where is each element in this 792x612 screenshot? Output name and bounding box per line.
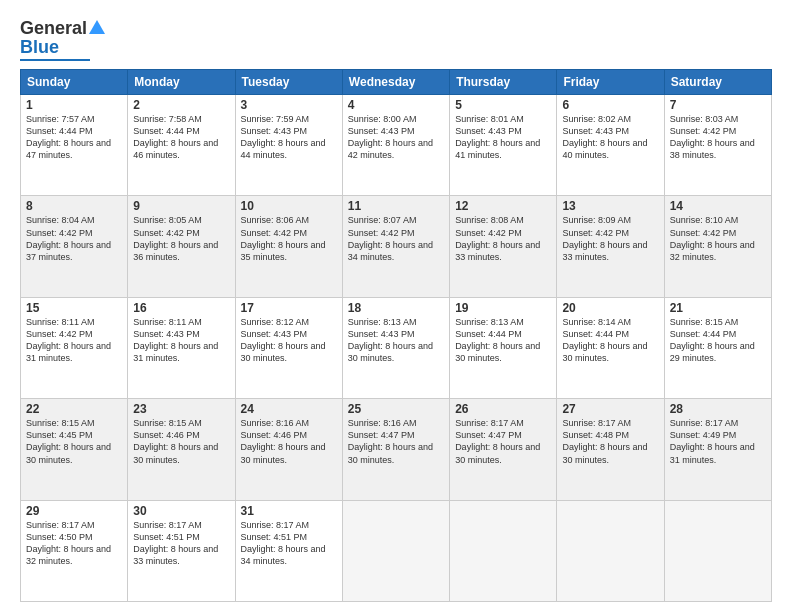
svg-marker-0 [89, 20, 105, 34]
day-number: 14 [670, 199, 766, 213]
col-header-monday: Monday [128, 70, 235, 95]
day-info: Sunrise: 8:11 AMSunset: 4:43 PMDaylight:… [133, 317, 218, 363]
day-info: Sunrise: 8:17 AMSunset: 4:49 PMDaylight:… [670, 418, 755, 464]
day-number: 24 [241, 402, 337, 416]
header: General Blue [20, 18, 772, 61]
calendar-cell: 10 Sunrise: 8:06 AMSunset: 4:42 PMDaylig… [235, 196, 342, 297]
calendar-week-3: 15 Sunrise: 8:11 AMSunset: 4:42 PMDaylig… [21, 297, 772, 398]
day-number: 5 [455, 98, 551, 112]
day-info: Sunrise: 8:16 AMSunset: 4:46 PMDaylight:… [241, 418, 326, 464]
calendar-cell: 13 Sunrise: 8:09 AMSunset: 4:42 PMDaylig… [557, 196, 664, 297]
day-number: 10 [241, 199, 337, 213]
col-header-thursday: Thursday [450, 70, 557, 95]
calendar-cell: 25 Sunrise: 8:16 AMSunset: 4:47 PMDaylig… [342, 399, 449, 500]
calendar-cell: 8 Sunrise: 8:04 AMSunset: 4:42 PMDayligh… [21, 196, 128, 297]
calendar-cell: 12 Sunrise: 8:08 AMSunset: 4:42 PMDaylig… [450, 196, 557, 297]
day-info: Sunrise: 8:15 AMSunset: 4:46 PMDaylight:… [133, 418, 218, 464]
calendar-cell [557, 500, 664, 601]
page: General Blue SundayMondayTuesdayWednesda… [0, 0, 792, 612]
calendar-cell: 16 Sunrise: 8:11 AMSunset: 4:43 PMDaylig… [128, 297, 235, 398]
day-info: Sunrise: 7:57 AMSunset: 4:44 PMDaylight:… [26, 114, 111, 160]
day-number: 7 [670, 98, 766, 112]
day-number: 3 [241, 98, 337, 112]
col-header-sunday: Sunday [21, 70, 128, 95]
day-info: Sunrise: 7:58 AMSunset: 4:44 PMDaylight:… [133, 114, 218, 160]
calendar-week-2: 8 Sunrise: 8:04 AMSunset: 4:42 PMDayligh… [21, 196, 772, 297]
day-info: Sunrise: 8:14 AMSunset: 4:44 PMDaylight:… [562, 317, 647, 363]
calendar-cell: 1 Sunrise: 7:57 AMSunset: 4:44 PMDayligh… [21, 95, 128, 196]
day-info: Sunrise: 8:12 AMSunset: 4:43 PMDaylight:… [241, 317, 326, 363]
col-header-tuesday: Tuesday [235, 70, 342, 95]
calendar-cell: 29 Sunrise: 8:17 AMSunset: 4:50 PMDaylig… [21, 500, 128, 601]
calendar-cell [450, 500, 557, 601]
day-number: 26 [455, 402, 551, 416]
day-info: Sunrise: 8:00 AMSunset: 4:43 PMDaylight:… [348, 114, 433, 160]
day-number: 16 [133, 301, 229, 315]
day-info: Sunrise: 8:02 AMSunset: 4:43 PMDaylight:… [562, 114, 647, 160]
day-info: Sunrise: 8:07 AMSunset: 4:42 PMDaylight:… [348, 215, 433, 261]
day-number: 1 [26, 98, 122, 112]
calendar-cell: 22 Sunrise: 8:15 AMSunset: 4:45 PMDaylig… [21, 399, 128, 500]
day-number: 23 [133, 402, 229, 416]
calendar-cell: 4 Sunrise: 8:00 AMSunset: 4:43 PMDayligh… [342, 95, 449, 196]
day-info: Sunrise: 8:15 AMSunset: 4:44 PMDaylight:… [670, 317, 755, 363]
calendar-cell: 31 Sunrise: 8:17 AMSunset: 4:51 PMDaylig… [235, 500, 342, 601]
day-info: Sunrise: 7:59 AMSunset: 4:43 PMDaylight:… [241, 114, 326, 160]
day-info: Sunrise: 8:01 AMSunset: 4:43 PMDaylight:… [455, 114, 540, 160]
day-info: Sunrise: 8:15 AMSunset: 4:45 PMDaylight:… [26, 418, 111, 464]
calendar-cell: 27 Sunrise: 8:17 AMSunset: 4:48 PMDaylig… [557, 399, 664, 500]
calendar-cell: 11 Sunrise: 8:07 AMSunset: 4:42 PMDaylig… [342, 196, 449, 297]
day-number: 6 [562, 98, 658, 112]
calendar-cell: 6 Sunrise: 8:02 AMSunset: 4:43 PMDayligh… [557, 95, 664, 196]
day-info: Sunrise: 8:10 AMSunset: 4:42 PMDaylight:… [670, 215, 755, 261]
day-info: Sunrise: 8:09 AMSunset: 4:42 PMDaylight:… [562, 215, 647, 261]
calendar-week-5: 29 Sunrise: 8:17 AMSunset: 4:50 PMDaylig… [21, 500, 772, 601]
day-info: Sunrise: 8:08 AMSunset: 4:42 PMDaylight:… [455, 215, 540, 261]
calendar-cell: 28 Sunrise: 8:17 AMSunset: 4:49 PMDaylig… [664, 399, 771, 500]
calendar-cell: 26 Sunrise: 8:17 AMSunset: 4:47 PMDaylig… [450, 399, 557, 500]
calendar-cell: 23 Sunrise: 8:15 AMSunset: 4:46 PMDaylig… [128, 399, 235, 500]
day-number: 18 [348, 301, 444, 315]
day-number: 21 [670, 301, 766, 315]
calendar-cell: 9 Sunrise: 8:05 AMSunset: 4:42 PMDayligh… [128, 196, 235, 297]
day-number: 2 [133, 98, 229, 112]
day-number: 15 [26, 301, 122, 315]
calendar-cell: 21 Sunrise: 8:15 AMSunset: 4:44 PMDaylig… [664, 297, 771, 398]
day-info: Sunrise: 8:17 AMSunset: 4:47 PMDaylight:… [455, 418, 540, 464]
day-info: Sunrise: 8:03 AMSunset: 4:42 PMDaylight:… [670, 114, 755, 160]
day-number: 4 [348, 98, 444, 112]
logo-triangle-icon [89, 20, 105, 38]
calendar-cell [342, 500, 449, 601]
day-number: 29 [26, 504, 122, 518]
calendar-cell: 2 Sunrise: 7:58 AMSunset: 4:44 PMDayligh… [128, 95, 235, 196]
day-number: 27 [562, 402, 658, 416]
day-number: 17 [241, 301, 337, 315]
day-info: Sunrise: 8:17 AMSunset: 4:51 PMDaylight:… [241, 520, 326, 566]
day-number: 20 [562, 301, 658, 315]
calendar-cell: 18 Sunrise: 8:13 AMSunset: 4:43 PMDaylig… [342, 297, 449, 398]
calendar-table: SundayMondayTuesdayWednesdayThursdayFrid… [20, 69, 772, 602]
col-header-wednesday: Wednesday [342, 70, 449, 95]
day-info: Sunrise: 8:17 AMSunset: 4:50 PMDaylight:… [26, 520, 111, 566]
calendar-week-1: 1 Sunrise: 7:57 AMSunset: 4:44 PMDayligh… [21, 95, 772, 196]
calendar-header-row: SundayMondayTuesdayWednesdayThursdayFrid… [21, 70, 772, 95]
day-info: Sunrise: 8:05 AMSunset: 4:42 PMDaylight:… [133, 215, 218, 261]
day-number: 30 [133, 504, 229, 518]
day-number: 25 [348, 402, 444, 416]
day-number: 22 [26, 402, 122, 416]
calendar-cell: 20 Sunrise: 8:14 AMSunset: 4:44 PMDaylig… [557, 297, 664, 398]
calendar-cell: 30 Sunrise: 8:17 AMSunset: 4:51 PMDaylig… [128, 500, 235, 601]
day-info: Sunrise: 8:13 AMSunset: 4:44 PMDaylight:… [455, 317, 540, 363]
col-header-saturday: Saturday [664, 70, 771, 95]
calendar-cell [664, 500, 771, 601]
day-info: Sunrise: 8:11 AMSunset: 4:42 PMDaylight:… [26, 317, 111, 363]
calendar-cell: 14 Sunrise: 8:10 AMSunset: 4:42 PMDaylig… [664, 196, 771, 297]
day-info: Sunrise: 8:17 AMSunset: 4:48 PMDaylight:… [562, 418, 647, 464]
day-info: Sunrise: 8:17 AMSunset: 4:51 PMDaylight:… [133, 520, 218, 566]
day-info: Sunrise: 8:13 AMSunset: 4:43 PMDaylight:… [348, 317, 433, 363]
day-number: 19 [455, 301, 551, 315]
calendar-cell: 7 Sunrise: 8:03 AMSunset: 4:42 PMDayligh… [664, 95, 771, 196]
calendar-cell: 3 Sunrise: 7:59 AMSunset: 4:43 PMDayligh… [235, 95, 342, 196]
calendar-cell: 15 Sunrise: 8:11 AMSunset: 4:42 PMDaylig… [21, 297, 128, 398]
day-info: Sunrise: 8:16 AMSunset: 4:47 PMDaylight:… [348, 418, 433, 464]
